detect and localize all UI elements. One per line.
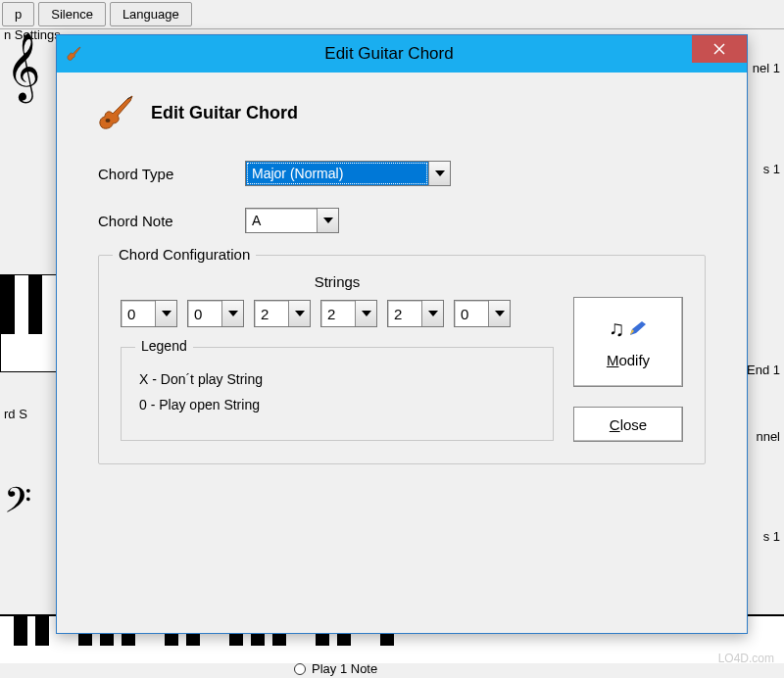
bg-btn-p[interactable]: p: [2, 2, 34, 26]
chord-configuration-group: Chord Configuration Strings 0 0 2 2 2 0 …: [98, 255, 706, 464]
bg-end1: End 1: [747, 363, 780, 377]
close-icon: [713, 43, 725, 55]
chevron-down-icon[interactable]: [288, 301, 310, 326]
bg-piano-keys: [0, 274, 59, 372]
radio-icon[interactable]: [294, 663, 306, 675]
guitar-icon: [98, 94, 135, 131]
string-6-value: 0: [455, 301, 488, 326]
string-3-value: 2: [255, 301, 288, 326]
string-5-value: 2: [388, 301, 421, 326]
bg-btn-silence[interactable]: Silence: [38, 2, 106, 26]
string-4-value: 2: [321, 301, 355, 326]
chevron-down-icon[interactable]: [488, 301, 510, 326]
chord-note-value: A: [246, 209, 317, 232]
bg-rd-s: rd S: [4, 407, 27, 421]
chord-type-label: Chord Type: [98, 166, 245, 182]
bg-nel1: nel 1: [753, 61, 780, 75]
bg-nnel: nnel: [756, 429, 780, 444]
bg-btn-language[interactable]: Language: [110, 2, 192, 26]
legend-x-text: X - Don´t play String: [139, 371, 535, 387]
modify-button[interactable]: ♫ Modify: [573, 297, 683, 387]
close-button[interactable]: Close: [573, 407, 683, 442]
bg-s1b: s 1: [763, 529, 780, 544]
chevron-down-icon[interactable]: [355, 301, 376, 326]
string-2-combo[interactable]: 0: [187, 300, 244, 327]
legend-group: Legend X - Don´t play String 0 - Play op…: [121, 347, 554, 441]
svg-point-0: [106, 119, 111, 122]
chord-note-label: Chord Note: [98, 213, 245, 229]
legend-0-text: 0 - Play open String: [139, 397, 535, 412]
bass-clef-icon: 𝄢: [4, 483, 31, 526]
string-2-value: 0: [188, 301, 221, 326]
chevron-down-icon[interactable]: [317, 209, 338, 232]
string-3-combo[interactable]: 2: [254, 300, 311, 327]
string-1-combo[interactable]: 0: [121, 300, 177, 327]
dialog-title: Edit Guitar Chord: [90, 44, 747, 64]
watermark: LO4D.com: [718, 652, 774, 665]
string-4-combo[interactable]: 2: [320, 300, 377, 327]
string-6-combo[interactable]: 0: [454, 300, 511, 327]
chord-note-combo[interactable]: A: [245, 208, 339, 233]
bg-play1note-label: Play 1 Note: [312, 661, 377, 676]
bg-s1: s 1: [763, 162, 780, 176]
strings-label: Strings: [121, 273, 554, 290]
titlebar[interactable]: Edit Guitar Chord: [57, 35, 747, 73]
config-legend: Chord Configuration: [113, 246, 256, 263]
string-1-value: 0: [122, 301, 155, 326]
dialog-header: Edit Guitar Chord: [151, 103, 298, 123]
edit-chord-dialog: Edit Guitar Chord Edit Guitar Chord Chor…: [56, 34, 748, 634]
modify-icon: ♫: [609, 316, 649, 342]
bg-toolbar: p Silence Language: [0, 0, 784, 29]
chevron-down-icon[interactable]: [428, 162, 450, 185]
pencil-icon: [628, 321, 648, 337]
window-close-button[interactable]: [692, 35, 747, 63]
string-5-combo[interactable]: 2: [387, 300, 444, 327]
chord-type-combo[interactable]: Major (Normal): [245, 161, 451, 186]
chevron-down-icon[interactable]: [221, 301, 243, 326]
guitar-icon: [67, 46, 82, 62]
treble-clef-icon: 𝄞: [6, 43, 40, 90]
strings-row: 0 0 2 2 2 0: [121, 300, 554, 327]
legend-title: Legend: [135, 338, 193, 354]
chord-type-value: Major (Normal): [246, 162, 428, 185]
bg-play1note[interactable]: Play 1 Note: [294, 661, 377, 676]
chevron-down-icon[interactable]: [421, 301, 443, 326]
close-label-rest: lose: [620, 416, 648, 433]
modify-label-rest: odify: [618, 352, 650, 368]
chevron-down-icon[interactable]: [155, 301, 176, 326]
